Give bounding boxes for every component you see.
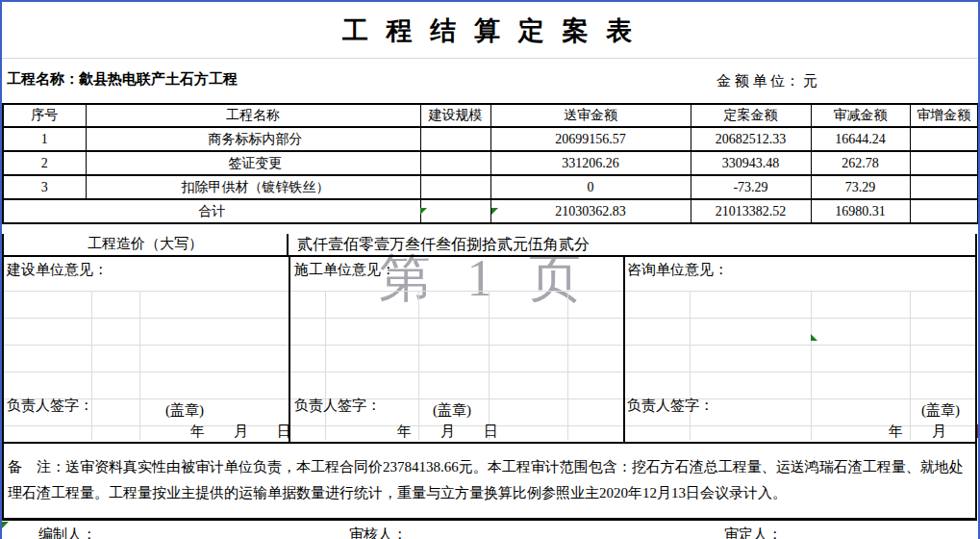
amount-in-words-value[interactable]: 贰仟壹佰零壹万叁仟叁佰捌拾贰元伍角贰分 xyxy=(289,234,975,255)
gridline-vertical xyxy=(91,291,92,440)
cell-total-reduced[interactable]: 16980.31 xyxy=(811,199,910,223)
gridlines-horizontal xyxy=(4,291,975,440)
gridline-vertical xyxy=(811,291,812,440)
consultant-date-label: 年 月 日 xyxy=(889,423,980,441)
table-header-row: 序号 工程名称 建设规模 送审金额 定案金额 审减金额 审增金额 xyxy=(3,104,978,127)
cell-project-name[interactable]: 签证变更 xyxy=(86,151,420,175)
cell-reduced[interactable]: 73.29 xyxy=(811,175,910,199)
project-name-value: 歙县热电联产土石方工程 xyxy=(79,71,238,87)
construction-seal-label: (盖章) xyxy=(165,401,204,420)
consultant-sign-label: 负责人签字： xyxy=(627,397,714,415)
cell-submitted[interactable]: 331206.26 xyxy=(490,151,691,175)
cell-scale[interactable] xyxy=(420,151,490,175)
cell-increased[interactable] xyxy=(910,175,978,199)
table-row: 3 扣除甲供材（镀锌铁丝） 0 -73.29 73.29 xyxy=(3,175,978,199)
cell-reduced[interactable]: 262.78 xyxy=(811,151,910,175)
cell-finalized[interactable]: 20682512.33 xyxy=(691,127,811,151)
contractor-seal-label: (盖章) xyxy=(433,401,471,420)
construction-date-label: 年 月 日 xyxy=(190,423,291,441)
cell-total-increased[interactable] xyxy=(910,199,978,223)
cell-project-name[interactable]: 商务标标内部分 xyxy=(86,127,420,151)
project-name-label: 工程名称： xyxy=(7,71,79,87)
gridline-vertical xyxy=(489,291,490,440)
cell-scale[interactable] xyxy=(420,175,490,199)
settlement-final-sheet: 第 1 页 工 程 结 算 定 案 表 工程名称：歙县热电联产土石方工程 金 额… xyxy=(0,0,980,539)
table-row: 1 商务标标内部分 20699156.57 20682512.33 16644.… xyxy=(3,127,978,151)
consultant-opinion-label: 咨询单位意见： xyxy=(627,261,728,279)
cell-total-finalized[interactable]: 21013382.52 xyxy=(691,199,811,223)
cell-finalized[interactable]: 330943.48 xyxy=(691,151,811,175)
gridline-vertical xyxy=(910,291,911,440)
cell-finalized[interactable]: -73.29 xyxy=(691,175,811,199)
remark-box: 备 注：送审资料真实性由被审计单位负责，本工程合同价23784138.66元。本… xyxy=(2,444,977,521)
header-project-name: 工程名称 xyxy=(86,104,420,127)
cell-increased[interactable] xyxy=(910,127,978,151)
header-scale: 建设规模 xyxy=(420,104,490,127)
cell-total-label[interactable]: 合计 xyxy=(3,199,420,223)
opinions-area: 建设单位意见： 负责人签字： (盖章) 年 月 日 施工单位意见： 负责人签字：… xyxy=(2,257,977,444)
gridline-vertical xyxy=(567,291,568,440)
amount-in-words-label: 工程造价（大写） xyxy=(4,234,289,255)
cell-submitted[interactable]: 0 xyxy=(490,175,691,199)
header-submitted-amount: 送审金额 xyxy=(490,104,691,127)
header-reduced-amount: 审减金额 xyxy=(811,104,910,127)
cell-reduced[interactable]: 16644.24 xyxy=(811,127,910,151)
cell-increased[interactable] xyxy=(910,151,978,175)
page-title: 工 程 结 算 定 案 表 xyxy=(0,13,980,48)
cell-total-scale[interactable] xyxy=(420,199,490,223)
cell-seq[interactable]: 3 xyxy=(3,175,86,199)
cell-scale[interactable] xyxy=(420,127,490,151)
table-total-row: 合计 21030362.83 21013382.52 16980.31 xyxy=(3,199,978,223)
contractor-sign-label: 负责人签字： xyxy=(294,397,381,415)
green-corner-mark xyxy=(491,208,498,215)
gridline-vertical xyxy=(690,291,691,440)
construction-sign-label: 负责人签字： xyxy=(7,397,93,415)
remark-text: 备 注：送审资料真实性由被审计单位负责，本工程合同价23784138.66元。本… xyxy=(8,459,964,500)
title-divider xyxy=(2,58,978,59)
table-row: 2 签证变更 331206.26 330943.48 262.78 xyxy=(3,151,978,175)
opinion-divider xyxy=(623,257,625,442)
opinion-divider xyxy=(289,257,290,442)
gridline-vertical xyxy=(325,291,326,440)
consultant-seal-label: (盖章) xyxy=(921,401,960,420)
gridline-vertical xyxy=(418,291,419,440)
construction-opinion-label: 建设单位意见： xyxy=(7,261,108,279)
header-increased-amount: 审增金额 xyxy=(910,104,978,127)
amount-unit-label: 金 额 单 位： 元 xyxy=(716,72,817,90)
header-seq: 序号 xyxy=(3,104,86,127)
cell-total-submitted[interactable]: 21030362.83 xyxy=(490,199,691,223)
footer-signers-row: 编制人： 审核人： 审定人： xyxy=(2,521,978,539)
green-corner-mark xyxy=(2,522,9,528)
cell-project-name[interactable]: 扣除甲供材（镀锌铁丝） xyxy=(86,175,420,199)
green-corner-mark xyxy=(420,208,427,215)
cell-seq[interactable]: 1 xyxy=(3,127,86,151)
contractor-opinion-label: 施工单位意见： xyxy=(294,261,395,279)
green-corner-mark xyxy=(811,334,817,341)
gridline-vertical xyxy=(139,291,140,440)
cell-seq[interactable]: 2 xyxy=(3,151,86,175)
header-finalized-amount: 定案金额 xyxy=(691,104,811,127)
cell-submitted[interactable]: 20699156.57 xyxy=(490,127,691,151)
settlement-table: 序号 工程名称 建设规模 送审金额 定案金额 审减金额 审增金额 1 商务标标内… xyxy=(2,103,979,224)
preparer-label: 编制人： xyxy=(38,526,96,539)
project-name-line: 工程名称：歙县热电联产土石方工程 xyxy=(7,70,238,89)
reviewer-label: 审核人： xyxy=(349,526,407,539)
contractor-date-label: 年 月 日 xyxy=(397,423,498,441)
amount-in-words-row: 工程造价（大写） 贰仟壹佰零壹万叁仟叁佰捌拾贰元伍角贰分 xyxy=(2,234,977,257)
approver-label: 审定人： xyxy=(724,526,782,539)
